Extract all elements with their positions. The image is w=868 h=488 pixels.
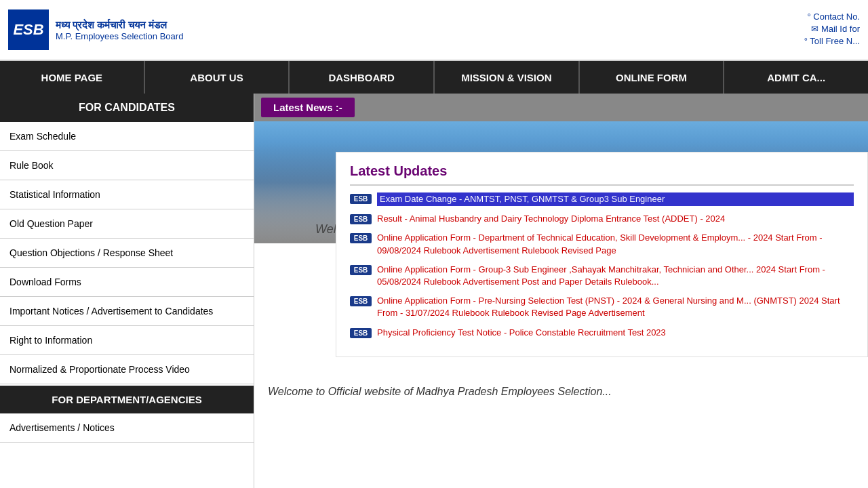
sidebar-item-statistical[interactable]: Statistical Information [0, 180, 254, 209]
org-name: मध्य प्रदेश कर्मचारी चयन मंडल M.P. Emplo… [56, 19, 183, 41]
update-text-2[interactable]: Result - Animal Husbandry and Dairy Tech… [377, 213, 854, 225]
welcome-bottom: Welcome to Official website of Madhya Pr… [254, 379, 868, 405]
esb-badge-3: ESB [350, 233, 372, 243]
update-item-3: ESB Online Application Form - Department… [350, 232, 854, 256]
nav-online-form[interactable]: ONLINE FORM [580, 61, 725, 94]
update-text-5[interactable]: Online Application Form - Pre-Nursing Se… [377, 295, 854, 319]
updates-panel: Latest Updates ESB Exam Date Change - AN… [336, 152, 868, 357]
update-item-2: ESB Result - Animal Husbandry and Dairy … [350, 213, 854, 225]
esb-badge-2: ESB [350, 214, 372, 224]
sidebar-item-question-objections[interactable]: Question Objections / Response Sheet [0, 239, 254, 268]
sidebar-item-normalized-video[interactable]: Normalized & Proportionate Process Video [0, 355, 254, 384]
update-item-5: ESB Online Application Form - Pre-Nursin… [350, 295, 854, 319]
candidates-header: FOR CANDIDATES [0, 94, 254, 122]
update-text-4[interactable]: Online Application Form - Group-3 Sub En… [377, 264, 854, 288]
org-hindi: मध्य प्रदेश कर्मचारी चयन मंडल [56, 19, 183, 31]
esb-badge-1: ESB [350, 194, 372, 204]
logo-box: ESB [8, 9, 49, 50]
news-bar: Latest News :- [254, 94, 868, 121]
content-area: Latest News :- Welco... Latest Updates E… [254, 94, 868, 488]
mail-id: ✉ Mail Id for [804, 24, 860, 34]
updates-title: Latest Updates [350, 163, 854, 186]
content-wrapper: Welco... Latest Updates ESB Exam Date Ch… [254, 121, 868, 243]
logo-text: ESB [13, 21, 43, 39]
sidebar-item-old-question[interactable]: Old Question Paper [0, 209, 254, 239]
sidebar-item-rti[interactable]: Right to Information [0, 326, 254, 355]
update-text-1[interactable]: Exam Date Change - ANMTST, PNST, GNMTST … [377, 192, 854, 206]
update-text-3[interactable]: Online Application Form - Department of … [377, 232, 854, 256]
sidebar-item-rule-book[interactable]: Rule Book [0, 151, 254, 180]
esb-badge-6: ESB [350, 328, 372, 338]
sidebar-item-important-notices[interactable]: Important Notices / Advertisement to Can… [0, 297, 254, 326]
update-item-4: ESB Online Application Form - Group-3 Su… [350, 264, 854, 288]
update-text-6[interactable]: Physical Proficiency Test Notice - Polic… [377, 327, 854, 339]
update-item-1: ESB Exam Date Change - ANMTST, PNST, GNM… [350, 192, 854, 206]
sidebar-item-advertisements[interactable]: Advertisements / Notices [0, 413, 254, 443]
sidebar-item-download-forms[interactable]: Download Forms [0, 268, 254, 297]
nav-mission[interactable]: MISSION & VISION [435, 61, 580, 94]
nav-home[interactable]: HOME PAGE [0, 61, 145, 94]
nav-about[interactable]: ABOUT US [145, 61, 290, 94]
esb-badge-5: ESB [350, 296, 372, 306]
logo-area: ESB मध्य प्रदेश कर्मचारी चयन मंडल M.P. E… [8, 9, 183, 50]
news-label: Latest News :- [261, 98, 355, 117]
sidebar-item-exam-schedule[interactable]: Exam Schedule [0, 122, 254, 151]
update-item-6: ESB Physical Proficiency Test Notice - P… [350, 327, 854, 339]
nav-dashboard[interactable]: DASHBOARD [290, 61, 435, 94]
main-layout: FOR CANDIDATES Exam Schedule Rule Book S… [0, 94, 868, 488]
toll-free: ° Toll Free N... [804, 36, 860, 46]
department-header: FOR DEPARTMENT/AGENCIES [0, 386, 254, 413]
nav-admit-card[interactable]: ADMIT CA... [724, 61, 868, 94]
org-english: M.P. Employees Selection Board [56, 31, 183, 41]
welcome-text: Welcome to Official website of Madhya Pr… [268, 386, 612, 397]
sidebar: FOR CANDIDATES Exam Schedule Rule Book S… [0, 94, 254, 488]
header: ESB मध्य प्रदेश कर्मचारी चयन मंडल M.P. E… [0, 0, 868, 61]
esb-badge-4: ESB [350, 265, 372, 275]
contact-no: ° Contact No. [804, 12, 860, 22]
contact-area: ° Contact No. ✉ Mail Id for ° Toll Free … [804, 12, 860, 48]
nav-bar: HOME PAGE ABOUT US DASHBOARD MISSION & V… [0, 61, 868, 94]
